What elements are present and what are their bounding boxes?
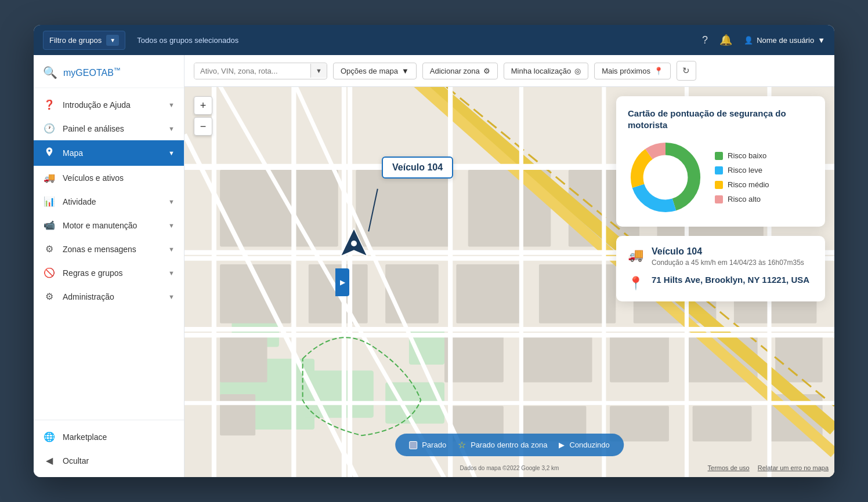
collapse-icon: ◀: [43, 455, 56, 466]
refresh-icon: ↻: [682, 66, 690, 76]
legend-color-low: [715, 152, 723, 160]
svg-rect-20: [444, 335, 504, 382]
sidebar-item-map[interactable]: Mapa ▼: [34, 140, 184, 166]
legend-color-high: [715, 195, 723, 203]
chevron-down-icon: ▼: [168, 150, 175, 157]
svg-rect-25: [220, 394, 255, 435]
map-copyright: Dados do mapa ©2022 Google 3,2 km: [460, 465, 559, 471]
sidebar-logo: 🔍 myGEOTAB™: [34, 55, 184, 88]
vehicle-label: Veículo 104: [392, 162, 443, 172]
sidebar-item-engine[interactable]: 📹 Motor e manutenção ▼: [34, 213, 184, 237]
legend-item-high: Risco alto: [715, 195, 769, 203]
add-zone-button[interactable]: Adicionar zona ⚙: [422, 63, 498, 79]
search-field[interactable]: ▼: [194, 63, 327, 79]
legend-item-low: Risco baixo: [715, 151, 769, 160]
browser-window: Filtro de grupos ▼ Todos os grupos selec…: [34, 25, 834, 477]
vehicle-tooltip: Veículo 104: [382, 157, 453, 179]
chevron-down-icon: ▼: [168, 270, 175, 277]
svg-rect-24: [775, 335, 822, 382]
svg-rect-21: [521, 335, 592, 382]
legend-item-light: Risco leve: [715, 166, 769, 174]
help-circle-icon: ❓: [43, 99, 56, 110]
refresh-button[interactable]: ↻: [677, 61, 696, 81]
sidebar-nav: ❓ Introdução e Ajuda ▼ 🕐 Painel e anális…: [34, 88, 184, 420]
user-menu[interactable]: 👤 Nome de usuário ▼: [744, 36, 825, 45]
notification-icon[interactable]: 🔔: [719, 34, 732, 46]
dashboard-icon: 🕐: [43, 123, 56, 134]
vehicle-subtitle: Condução a 45 km/h em 14/04/23 às 16h07m…: [652, 259, 813, 267]
terms-link[interactable]: Termos de uso: [708, 464, 750, 471]
map-area[interactable]: + − Veículo 104: [185, 87, 834, 477]
search-icon: 🔍: [43, 66, 57, 79]
engine-icon: 📹: [43, 220, 56, 231]
legend-color-medium: [715, 181, 723, 189]
activity-icon: 📊: [43, 196, 56, 207]
map-background: + − Veículo 104: [185, 87, 834, 477]
sidebar: 🔍 myGEOTAB™ ❓ Introdução e Ajuda ▼ 🕐 Pai…: [34, 55, 185, 477]
sidebar-item-admin[interactable]: ⚙ Administração ▼: [34, 285, 184, 308]
chart-legend: Risco baixo Risco leve Risco médio: [715, 151, 769, 203]
help-icon[interactable]: ?: [702, 34, 708, 46]
map-toolbar: ▼ Opções de mapa ▼ Adicionar zona ⚙ Minh…: [185, 55, 834, 87]
settings-icon: ⚙: [483, 67, 490, 75]
svg-rect-29: [693, 406, 752, 441]
svg-rect-22: [610, 335, 669, 382]
status-stopped: Parado: [409, 441, 446, 449]
sidebar-item-zones[interactable]: ⚙ Zonas e mensagens ▼: [34, 237, 184, 261]
svg-rect-7: [220, 170, 338, 246]
main-layout: 🔍 myGEOTAB™ ❓ Introdução e Ajuda ▼ 🕐 Pai…: [34, 55, 834, 477]
vehicle-info-card: 🚚 Veículo 104 Condução a 45 km/h em 14/0…: [616, 236, 825, 301]
filter-label: Filtro de grupos: [49, 36, 102, 45]
chevron-down-icon: ▼: [168, 198, 175, 205]
sidebar-collapse-button[interactable]: ▶: [335, 268, 349, 296]
truck-icon: 🚚: [628, 248, 643, 263]
chevron-down-icon[interactable]: ▼: [310, 64, 327, 78]
zoom-in-button[interactable]: +: [194, 96, 212, 115]
right-panels: Cartão de pontuação de segurança do moto…: [616, 96, 825, 301]
chevron-down-icon: ▼: [402, 67, 409, 75]
username-label: Nome de usuário: [757, 36, 814, 45]
chevron-down-icon: ▼: [168, 293, 175, 300]
top-nav-right: ? 🔔 👤 Nome de usuário ▼: [702, 34, 825, 46]
svg-rect-19: [220, 335, 267, 382]
status-zone: ☆ Parado dentro da zona: [458, 439, 547, 450]
chevron-right-icon: ▶: [340, 278, 345, 286]
map-legend-bottom: Parado ☆ Parado dentro da zona ▶ Conduzi…: [395, 434, 624, 456]
star-icon: ☆: [458, 439, 466, 450]
svg-point-53: [351, 241, 357, 246]
location-pin-icon: 📍: [628, 276, 643, 291]
filter-dropdown[interactable]: Filtro de grupos ▼: [43, 31, 125, 50]
svg-point-58: [648, 159, 683, 195]
chevron-down-icon: ▼: [168, 101, 175, 108]
score-card: Cartão de pontuação de segurança do moto…: [616, 96, 825, 227]
legend-color-light: [715, 166, 723, 174]
vehicle-marker: [338, 226, 370, 263]
truck-icon: 🚚: [43, 172, 56, 183]
vehicle-name-row: 🚚 Veículo 104 Condução a 45 km/h em 14/0…: [628, 246, 813, 267]
sidebar-item-help[interactable]: ❓ Introdução e Ajuda ▼: [34, 93, 184, 117]
sidebar-item-activity[interactable]: 📊 Atividade ▼: [34, 190, 184, 213]
vehicle-address-row: 📍 71 Hilts Ave, Brooklyn, NY 11221, USA: [628, 275, 813, 291]
search-input[interactable]: [194, 63, 310, 79]
zoom-out-button[interactable]: −: [194, 117, 212, 136]
sidebar-item-rules[interactable]: 🚫 Regras e grupos ▼: [34, 261, 184, 285]
report-error-link[interactable]: Relatar um erro no mapa: [758, 464, 829, 471]
marketplace-icon: 🌐: [43, 431, 56, 442]
nearest-button[interactable]: Mais próximos 📍: [594, 63, 671, 79]
user-avatar-icon: 👤: [744, 36, 753, 45]
score-card-content: Risco baixo Risco leve Risco médio: [628, 140, 813, 215]
filter-selected-text: Todos os grupos selecionados: [137, 36, 238, 45]
sidebar-item-hide[interactable]: ◀ Ocultar: [34, 449, 184, 472]
chevron-down-icon: ▼: [106, 35, 119, 46]
vehicle-address: 71 Hilts Ave, Brooklyn, NY 11221, USA: [652, 275, 813, 285]
sidebar-item-marketplace[interactable]: 🌐 Marketplace: [34, 425, 184, 449]
chevron-down-icon: ▼: [168, 222, 175, 229]
vehicle-info-main: Veículo 104 Condução a 45 km/h em 14/04/…: [652, 246, 813, 267]
main-content: ▼ Opções de mapa ▼ Adicionar zona ⚙ Minh…: [185, 55, 834, 477]
vehicle-name: Veículo 104: [652, 246, 813, 257]
map-footer: Termos de uso Relatar um erro no mapa: [708, 464, 829, 471]
sidebar-item-dashboard[interactable]: 🕐 Painel e análises ▼: [34, 117, 184, 140]
my-location-button[interactable]: Minha localização ◎: [504, 63, 588, 79]
map-options-button[interactable]: Opções de mapa ▼: [333, 63, 417, 79]
sidebar-item-vehicles[interactable]: 🚚 Veículos e ativos: [34, 166, 184, 190]
